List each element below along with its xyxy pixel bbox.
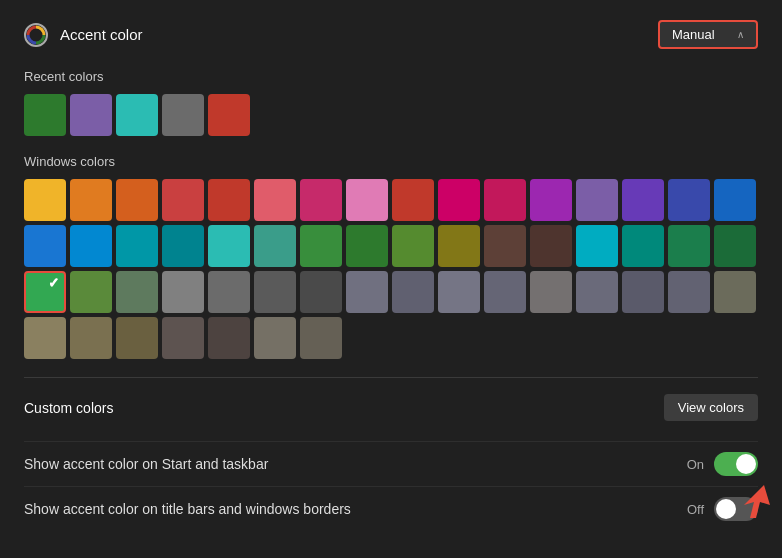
windows-color-swatch-11[interactable]	[530, 179, 572, 221]
toggle-state-1: Off	[687, 502, 704, 517]
toggle-right-0: On	[687, 452, 758, 476]
windows-color-swatch-20[interactable]	[208, 225, 250, 267]
windows-color-swatch-42[interactable]	[484, 271, 526, 313]
windows-color-swatch-44[interactable]	[576, 271, 618, 313]
windows-color-swatch-1[interactable]	[70, 179, 112, 221]
windows-color-swatch-45[interactable]	[622, 271, 664, 313]
toggle-label-1: Show accent color on title bars and wind…	[24, 501, 351, 517]
windows-color-swatch-32[interactable]: ✓	[24, 271, 66, 313]
windows-color-swatch-7[interactable]	[346, 179, 388, 221]
windows-color-swatch-4[interactable]	[208, 179, 250, 221]
windows-color-swatch-34[interactable]	[116, 271, 158, 313]
windows-color-swatch-36[interactable]	[208, 271, 250, 313]
windows-color-swatch-3[interactable]	[162, 179, 204, 221]
recent-colors-grid	[24, 94, 758, 136]
windows-color-swatch-48[interactable]	[24, 317, 66, 359]
recent-color-swatch-2[interactable]	[116, 94, 158, 136]
custom-colors-label: Custom colors	[24, 400, 113, 416]
windows-color-swatch-52[interactable]	[208, 317, 250, 359]
recent-color-swatch-3[interactable]	[162, 94, 204, 136]
recent-colors-label: Recent colors	[24, 69, 758, 84]
toggle-label-0: Show accent color on Start and taskbar	[24, 456, 268, 472]
windows-color-swatch-35[interactable]	[162, 271, 204, 313]
windows-color-swatch-0[interactable]	[24, 179, 66, 221]
windows-color-swatch-41[interactable]	[438, 271, 480, 313]
recent-color-swatch-4[interactable]	[208, 94, 250, 136]
windows-color-swatch-13[interactable]	[622, 179, 664, 221]
windows-color-swatch-53[interactable]	[254, 317, 296, 359]
windows-color-swatch-15[interactable]	[714, 179, 756, 221]
windows-color-swatch-46[interactable]	[668, 271, 710, 313]
windows-color-swatch-18[interactable]	[116, 225, 158, 267]
dropdown-value: Manual	[672, 27, 715, 42]
windows-color-swatch-26[interactable]	[484, 225, 526, 267]
windows-color-swatch-51[interactable]	[162, 317, 204, 359]
windows-color-swatch-14[interactable]	[668, 179, 710, 221]
windows-color-swatch-24[interactable]	[392, 225, 434, 267]
windows-color-swatch-28[interactable]	[576, 225, 618, 267]
windows-color-swatch-43[interactable]	[530, 271, 572, 313]
windows-colors-label: Windows colors	[24, 154, 758, 169]
windows-colors-grid: ✓	[24, 179, 758, 359]
mode-dropdown[interactable]: Manual ∧	[658, 20, 758, 49]
windows-color-swatch-25[interactable]	[438, 225, 480, 267]
toggle-row-1: Show accent color on title bars and wind…	[24, 486, 758, 531]
windows-color-swatch-54[interactable]	[300, 317, 342, 359]
color-wheel-icon	[24, 23, 48, 47]
windows-color-swatch-47[interactable]	[714, 271, 756, 313]
windows-color-swatch-33[interactable]	[70, 271, 112, 313]
toggle-row-0: Show accent color on Start and taskbarOn	[24, 441, 758, 486]
recent-color-swatch-0[interactable]	[24, 94, 66, 136]
windows-color-swatch-22[interactable]	[300, 225, 342, 267]
view-colors-button[interactable]: View colors	[664, 394, 758, 421]
windows-color-swatch-31[interactable]	[714, 225, 756, 267]
windows-color-swatch-6[interactable]	[300, 179, 342, 221]
windows-color-swatch-39[interactable]	[346, 271, 388, 313]
windows-color-swatch-37[interactable]	[254, 271, 296, 313]
recent-color-swatch-1[interactable]	[70, 94, 112, 136]
windows-color-swatch-23[interactable]	[346, 225, 388, 267]
windows-color-swatch-8[interactable]	[392, 179, 434, 221]
page-title: Accent color	[60, 26, 143, 43]
windows-color-swatch-9[interactable]	[438, 179, 480, 221]
windows-color-swatch-38[interactable]	[300, 271, 342, 313]
windows-color-swatch-16[interactable]	[24, 225, 66, 267]
toggle-state-0: On	[687, 457, 704, 472]
windows-color-swatch-2[interactable]	[116, 179, 158, 221]
red-arrow-annotation	[734, 480, 774, 523]
windows-color-swatch-5[interactable]	[254, 179, 296, 221]
toggle-switch-0[interactable]	[714, 452, 758, 476]
windows-color-swatch-30[interactable]	[668, 225, 710, 267]
windows-color-swatch-19[interactable]	[162, 225, 204, 267]
windows-color-swatch-17[interactable]	[70, 225, 112, 267]
windows-color-swatch-21[interactable]	[254, 225, 296, 267]
windows-color-swatch-12[interactable]	[576, 179, 618, 221]
windows-color-swatch-29[interactable]	[622, 225, 664, 267]
chevron-down-icon: ∧	[737, 29, 744, 40]
windows-color-swatch-27[interactable]	[530, 225, 572, 267]
windows-color-swatch-49[interactable]	[70, 317, 112, 359]
windows-color-swatch-40[interactable]	[392, 271, 434, 313]
custom-colors-row: Custom colors View colors	[24, 394, 758, 421]
windows-color-swatch-50[interactable]	[116, 317, 158, 359]
windows-color-swatch-10[interactable]	[484, 179, 526, 221]
